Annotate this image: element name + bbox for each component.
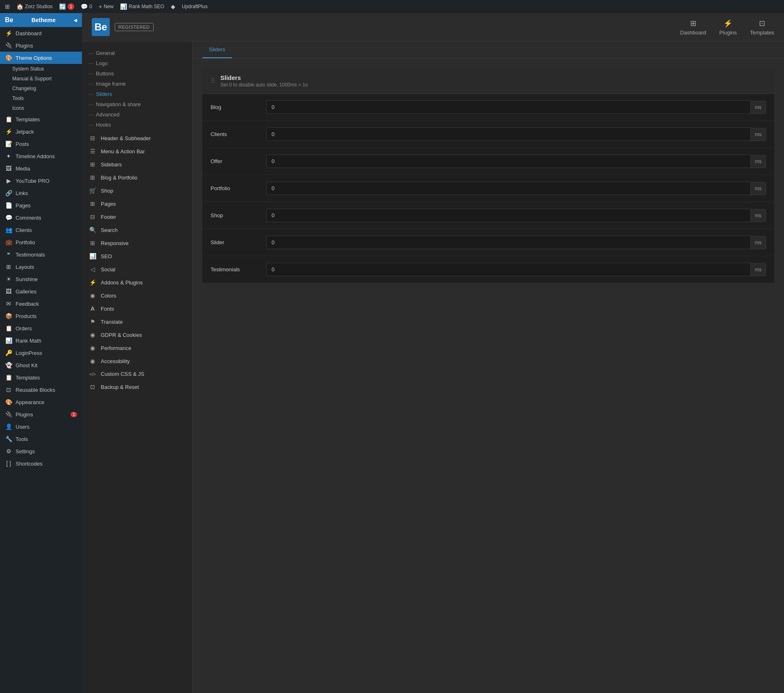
sidebar-sub-system-status[interactable]: System Status <box>0 64 82 74</box>
sidebar-item-links[interactable]: 🔗 Links <box>0 187 82 199</box>
theme-option-social[interactable]: ◁ Social <box>82 263 192 276</box>
rank-math-icon: 📊 <box>120 3 127 10</box>
theme-nav-dashboard[interactable]: ⊞ Dashboard <box>680 19 707 36</box>
theme-option-translate[interactable]: ⚑ Translate <box>82 315 192 328</box>
sidebar-item-reusable-blocks[interactable]: ⊡ Reusable Blocks <box>0 384 82 396</box>
theme-option-shop[interactable]: 🛒 Shop <box>82 184 192 197</box>
collapse-arrow-icon[interactable]: ◀ <box>74 18 77 23</box>
sidebar-item-orders[interactable]: 📋 Orders <box>0 322 82 334</box>
comments-item[interactable]: 💬 0 <box>81 3 92 10</box>
theme-option-colors[interactable]: ◉ Colors <box>82 289 192 302</box>
sidebar-item-plugins[interactable]: 🔌 Plugins <box>0 39 82 52</box>
sidebar-item-dashboard[interactable]: ⚡ Dashboard <box>0 27 82 39</box>
sidebar-item-templates-nav[interactable]: 📋 Templates <box>0 371 82 384</box>
diamond-item[interactable]: ◆ <box>171 3 175 10</box>
theme-option-sub-navigation-share[interactable]: — Navigation & share <box>82 99 192 109</box>
blog-slider-input[interactable] <box>266 100 750 114</box>
offer-slider-unit: ms <box>750 155 766 168</box>
sidebar-item-jetpack[interactable]: ⚡ Jetpack <box>0 125 82 138</box>
orders-label: Orders <box>16 325 32 332</box>
theme-option-pages[interactable]: ⊞ Pages <box>82 197 192 210</box>
theme-option-footer[interactable]: ⊟ Footer <box>82 210 192 223</box>
testimonials-slider-input[interactable] <box>266 263 750 276</box>
posts-icon: 📝 <box>5 141 12 147</box>
portfolio-slider-input[interactable] <box>266 182 750 195</box>
theme-option-seo[interactable]: 📊 SEO <box>82 250 192 263</box>
backup-reset-label: Backup & Reset <box>101 384 139 390</box>
theme-option-sub-logo[interactable]: — Logo <box>82 58 192 68</box>
sidebar-item-posts[interactable]: 📝 Posts <box>0 138 82 150</box>
sidebar-item-clients[interactable]: 👥 Clients <box>0 224 82 236</box>
drag-handle-icon[interactable]: ⠿ <box>211 77 215 85</box>
theme-option-sidebars[interactable]: ⊞ Sidebars <box>82 158 192 171</box>
sidebar-sub-manual-support[interactable]: Manual & Support <box>0 74 82 84</box>
sidebar-item-templates-main[interactable]: 📋 Templates <box>0 113 82 125</box>
menu-action-bar-icon: ☰ <box>88 148 97 155</box>
sidebar-item-tools[interactable]: 🔧 Tools <box>0 433 82 445</box>
sidebar-item-loginpress[interactable]: 🔑 LoginPress <box>0 347 82 359</box>
clients-label: Clients <box>16 227 32 233</box>
theme-option-sub-hooks[interactable]: — Hooks <box>82 120 192 130</box>
theme-option-addons-plugins[interactable]: ⚡ Addons & Plugins <box>82 276 192 289</box>
theme-option-backup-reset[interactable]: ⊡ Backup & Reset <box>82 380 192 393</box>
sidebar-item-testimonials[interactable]: ❝ Testimonials <box>0 248 82 261</box>
sidebar-sub-icons[interactable]: Icons <box>0 103 82 113</box>
theme-nav-templates[interactable]: ⊡ Templates <box>750 19 774 36</box>
theme-option-header-subheader[interactable]: ⊟ Header & Subheader <box>82 132 192 145</box>
sidebar-item-timeline-addons[interactable]: ✦ Timeline Addons <box>0 150 82 162</box>
sliders-sub-label: Sliders <box>96 91 112 97</box>
site-name-item[interactable]: 🏠 Zorz Studios <box>16 3 52 10</box>
sidebar-brand[interactable]: Be Betheme ◀ <box>0 13 82 27</box>
theme-option-sub-advanced[interactable]: — Advanced <box>82 109 192 120</box>
theme-option-search[interactable]: 🔍 Search <box>82 223 192 236</box>
updates-item[interactable]: 🔄 1 <box>59 3 74 10</box>
theme-templates-icon: ⊡ <box>759 19 765 28</box>
sidebar-item-youtube-pro[interactable]: ▶ YouTube PRO <box>0 175 82 187</box>
sidebar-item-galleries[interactable]: 🖼 Galleries <box>0 285 82 298</box>
sidebar-item-settings[interactable]: ⚙ Settings <box>0 445 82 457</box>
theme-option-custom-css-js[interactable]: </> Custom CSS & JS <box>82 368 192 380</box>
sidebar-item-comments[interactable]: 💬 Comments <box>0 211 82 224</box>
shop-slider-input[interactable] <box>266 209 750 222</box>
theme-option-responsive[interactable]: ⊞ Responsive <box>82 236 192 250</box>
sidebar-item-products[interactable]: 📦 Products <box>0 310 82 322</box>
sidebar-item-feedback[interactable]: ✉ Feedback <box>0 298 82 310</box>
theme-option-blog-portfolio[interactable]: ⊞ Blog & Portfolio <box>82 171 192 184</box>
sidebar-item-pages[interactable]: 📄 Pages <box>0 199 82 211</box>
sidebar-item-users[interactable]: 👤 Users <box>0 420 82 433</box>
tab-sliders[interactable]: Sliders <box>202 41 232 58</box>
theme-option-gdpr-cookies[interactable]: ◉ GDPR & Cookies <box>82 328 192 341</box>
wp-logo-item[interactable]: ⊞ <box>5 3 10 10</box>
sidebar-sub-tools[interactable]: Tools <box>0 93 82 103</box>
updraft-item[interactable]: UpdraftPlus <box>182 4 208 9</box>
theme-option-sub-sliders[interactable]: — Sliders <box>82 89 192 99</box>
theme-option-sub-image-frame[interactable]: — Image frame <box>82 79 192 89</box>
navigation-share-label: Navigation & share <box>96 101 141 107</box>
theme-nav-plugins[interactable]: ⚡ Plugins <box>719 19 737 36</box>
sidebar-item-layouts[interactable]: ⊞ Layouts <box>0 261 82 273</box>
sidebar-item-rank-math[interactable]: 📊 Rank Math <box>0 334 82 347</box>
rank-math-item[interactable]: 📊 Rank Math SEO <box>120 3 164 10</box>
theme-option-menu-action-bar[interactable]: ☰ Menu & Action Bar <box>82 145 192 158</box>
new-item[interactable]: + New <box>99 3 113 10</box>
theme-option-accessibility[interactable]: ◉ Accessibility <box>82 354 192 368</box>
sidebar-sub-changelog[interactable]: Changelog <box>0 84 82 93</box>
sidebar-item-sunshine[interactable]: ☀ Sunshine <box>0 273 82 285</box>
theme-option-sub-buttons[interactable]: — Buttons <box>82 68 192 79</box>
offer-slider-input[interactable] <box>266 155 750 168</box>
sidebar-item-shortcodes[interactable]: [ ] Shortcodes <box>0 457 82 470</box>
loginpress-icon: 🔑 <box>5 350 12 356</box>
theme-option-sub-general[interactable]: — General <box>82 48 192 58</box>
theme-option-fonts[interactable]: A Fonts <box>82 302 192 315</box>
slider-slider-input[interactable] <box>266 236 750 249</box>
content-tabs: Sliders <box>193 41 784 59</box>
sidebar-item-plugins-nav[interactable]: 🔌 Plugins 1 <box>0 408 82 420</box>
sidebar-item-media[interactable]: 🖼 Media <box>0 162 82 175</box>
sidebar-item-ghost-kit[interactable]: 👻 Ghost Kit <box>0 359 82 371</box>
sidebar-item-appearance[interactable]: 🎨 Appearance <box>0 396 82 408</box>
sidebar-item-theme-options[interactable]: 🎨 Theme Options <box>0 52 82 64</box>
clients-slider-input[interactable] <box>266 127 750 141</box>
sidebar-item-portfolio[interactable]: 💼 Portfolio <box>0 236 82 248</box>
pages-icon: 📄 <box>5 202 12 209</box>
theme-option-performance[interactable]: ◉ Performance <box>82 341 192 354</box>
